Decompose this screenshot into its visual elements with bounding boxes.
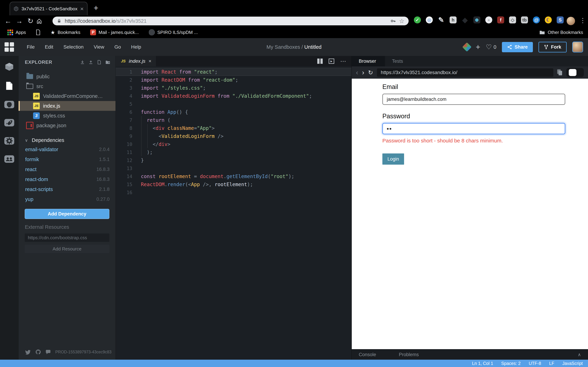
tb-extension-icon[interactable]: tb <box>521 17 528 23</box>
preview-back-icon[interactable]: ‹ <box>356 69 358 76</box>
menu-help[interactable]: Help <box>131 44 141 50</box>
menu-selection[interactable]: Selection <box>63 44 84 50</box>
menu-go[interactable]: Go <box>114 44 121 50</box>
login-button[interactable]: Login <box>382 153 404 165</box>
add-dependency-button[interactable]: Add Dependency <box>25 209 109 219</box>
editor-tab-close-icon[interactable]: × <box>148 58 151 64</box>
diamond-extension-icon[interactable]: ◆ <box>461 17 468 23</box>
dependency-name[interactable]: react <box>25 167 36 172</box>
other-bookmarks-button[interactable]: Other Bookmarks <box>539 30 583 35</box>
back-button[interactable]: ← <box>2 17 14 25</box>
bookmark-spiro[interactable]: SPIRO ILS/spDM ... <box>148 29 198 35</box>
thumb-extension-icon[interactable]: ✓ <box>414 17 421 23</box>
tab-problems[interactable]: Problems <box>399 352 419 357</box>
upload-sandbox-icon[interactable] <box>88 60 93 65</box>
dependency-email-validator[interactable]: email-validator2.0.4 <box>18 144 115 154</box>
new-file-icon[interactable] <box>97 60 102 65</box>
preview-forward-icon[interactable]: › <box>362 69 364 76</box>
tag-extension-icon[interactable]: ◇ <box>509 17 516 23</box>
browser-profile-avatar[interactable] <box>567 17 575 25</box>
forward-button[interactable]: → <box>14 17 25 25</box>
pen-extension-icon[interactable]: ✎ <box>438 17 445 23</box>
email-field[interactable] <box>382 94 565 105</box>
download-sandbox-icon[interactable] <box>80 60 85 65</box>
ring-extension-icon[interactable]: ◎ <box>426 17 433 23</box>
open-preview-icon[interactable]: ▶ <box>329 58 334 64</box>
new-tab-button[interactable]: + <box>94 3 98 13</box>
split-view-icon[interactable] <box>317 58 323 64</box>
twitter-icon[interactable] <box>25 349 31 355</box>
external-resource-input[interactable] <box>25 234 109 242</box>
add-resource-button[interactable]: Add Resource <box>25 245 109 253</box>
code-area[interactable]: 1import React from "react";2import React… <box>116 67 351 360</box>
menu-view[interactable]: View <box>94 44 104 50</box>
s-extension-icon[interactable]: S <box>557 17 564 23</box>
console-expand-icon[interactable]: ∧ <box>578 352 581 357</box>
dependency-name[interactable]: email-validator <box>25 147 58 152</box>
settings-gear-icon[interactable] <box>4 137 15 145</box>
file-index-js[interactable]: index.js <box>18 101 115 111</box>
dependency-name[interactable]: react-dom <box>25 176 48 182</box>
responsive-toggle[interactable] <box>566 68 584 77</box>
preview-reload-icon[interactable]: ↻ <box>368 69 373 76</box>
menu-file[interactable]: File <box>27 44 35 50</box>
bookmark-apps[interactable]: Apps <box>0 30 26 35</box>
menu-edit[interactable]: Edit <box>45 44 53 50</box>
react-extension-icon[interactable]: ⊛ <box>473 17 480 23</box>
saved-password-key-icon[interactable] <box>390 18 396 24</box>
live-collaboration-icon[interactable] <box>4 155 15 163</box>
dependency-react-scripts[interactable]: react-scripts2.1.8 <box>18 184 115 194</box>
deployment-rocket-icon[interactable] <box>4 118 15 127</box>
preview-tab-browser[interactable]: Browser <box>352 56 385 67</box>
editor-more-icon[interactable]: ⋯ <box>340 58 346 65</box>
bookmark-page[interactable] <box>36 30 41 35</box>
new-sandbox-button[interactable]: + <box>476 43 480 51</box>
files-icon[interactable] <box>5 81 13 91</box>
github-footer-icon[interactable] <box>35 349 41 355</box>
dependency-yup[interactable]: yup0.27.0 <box>18 194 115 204</box>
bookmark-mail[interactable]: P Mail - james.quick... <box>90 29 139 35</box>
moon-extension-icon[interactable]: ☾ <box>545 17 552 23</box>
bookmark-star-icon[interactable]: ☆ <box>399 17 404 25</box>
bookmark-bookmarks[interactable]: ★ Bookmarks <box>50 29 80 35</box>
browser-menu-icon[interactable]: ⋮ <box>579 17 586 24</box>
file-styles-css[interactable]: styles.css <box>18 111 115 121</box>
like-button[interactable]: ♡ 0 <box>486 43 496 51</box>
browser-tab[interactable]: 3x7vlv3521 - CodeSandbox × <box>10 2 87 15</box>
circle-extension-icon[interactable]: ● <box>485 17 492 23</box>
tab-console[interactable]: Console <box>359 352 376 357</box>
home-button[interactable] <box>36 18 47 24</box>
file-package-json[interactable]: package.json <box>18 121 115 130</box>
dependency-react-dom[interactable]: react-dom16.8.3 <box>18 175 115 184</box>
fork-button[interactable]: Fork <box>538 42 567 52</box>
new-folder-icon[interactable] <box>105 60 110 65</box>
breadcrumb-parent[interactable]: My Sandboxes <box>267 44 300 50</box>
dependency-react[interactable]: react16.8.3 <box>18 165 115 175</box>
preview-tab-tests[interactable]: Tests <box>385 56 410 67</box>
sandbox-info-icon[interactable] <box>4 62 14 71</box>
codesandbox-logo-icon[interactable] <box>0 42 18 52</box>
dependency-name[interactable]: formik <box>25 157 39 162</box>
at-extension-icon[interactable]: @ <box>533 17 540 23</box>
dependency-formik[interactable]: formik1.5.1 <box>18 154 115 165</box>
address-bar[interactable]: https://codesandbox.io/s/3x7vlv3521 ☆ <box>52 17 409 25</box>
share-button[interactable]: Share <box>502 42 533 52</box>
dependency-name[interactable]: yup <box>25 196 34 202</box>
breadcrumb-current[interactable]: Untitled <box>304 44 321 50</box>
file-src[interactable]: src <box>18 82 115 91</box>
github-icon[interactable] <box>4 100 15 109</box>
open-in-new-window-icon[interactable] <box>557 69 562 76</box>
honey-extension-icon[interactable]: h <box>450 17 457 23</box>
dependency-name[interactable]: react-scripts <box>25 186 53 192</box>
file-public[interactable]: public <box>18 72 115 82</box>
editor-tab-indexjs[interactable]: JS index.js × <box>116 56 156 67</box>
file-validatedformcompone-[interactable]: ValidatedFormCompone… <box>18 91 115 101</box>
preview-url-bar[interactable]: https://3x7vlv3521.codesandbox.io/ <box>377 68 553 77</box>
code-editor[interactable]: JS index.js × ▶ ⋯ 1import React from "re… <box>115 56 351 360</box>
user-avatar[interactable] <box>572 42 583 52</box>
reload-button[interactable]: ↻ <box>25 17 36 25</box>
flash-extension-icon[interactable]: f <box>497 17 504 23</box>
password-field[interactable] <box>382 123 565 134</box>
feedback-icon[interactable] <box>45 349 51 355</box>
dependencies-section-header[interactable]: ∨ Dependencies <box>25 137 115 143</box>
